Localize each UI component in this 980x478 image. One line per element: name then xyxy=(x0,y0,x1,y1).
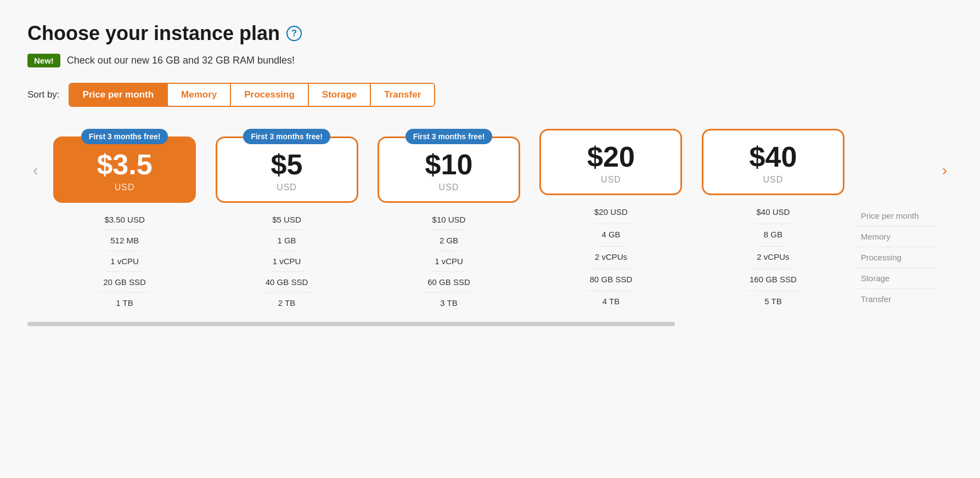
plan-card-4[interactable]: $40USD xyxy=(702,129,844,195)
spec-cell-0-processing: 1 vCPU xyxy=(107,251,142,272)
spec-cell-3-memory: 4 GB xyxy=(598,224,623,247)
spec-cell-2-price_per_month: $10 USD xyxy=(429,209,469,230)
sort-btn-processing[interactable]: Processing xyxy=(231,84,309,106)
spec-cell-4-memory: 8 GB xyxy=(761,224,786,247)
plan-price-2: $10 xyxy=(388,149,510,180)
sort-bar: Sort by: Price per monthMemoryProcessing… xyxy=(27,83,953,107)
new-message: Check out our new 16 GB and 32 GB RAM bu… xyxy=(67,55,295,66)
prev-arrow[interactable]: ‹ xyxy=(27,162,43,179)
plan-card-wrapper-2: First 3 months free!$10USD xyxy=(368,129,530,203)
plan-price-1: $5 xyxy=(226,149,348,180)
sort-buttons: Price per monthMemoryProcessingStorageTr… xyxy=(69,83,436,107)
plan-card-wrapper-4: $40USD xyxy=(692,129,854,195)
plans-area: ‹ First 3 months free!$3.5USD$3.50 USD51… xyxy=(27,129,953,313)
spec-cell-2-storage: 60 GB SSD xyxy=(424,272,474,293)
plan-col-4: $40USD$40 USD8 GB2 vCPUs160 GB SSD5 TB xyxy=(692,129,854,313)
new-banner: New! Check out our new 16 GB and 32 GB R… xyxy=(27,54,953,67)
plans-grid: First 3 months free!$3.5USD$3.50 USD512 … xyxy=(43,129,854,313)
spec-label-4: Transfer xyxy=(854,289,937,309)
spec-cell-1-transfer: 2 TB xyxy=(275,293,298,313)
plan-card-1[interactable]: $5USD xyxy=(216,136,358,203)
free-badge-1: First 3 months free! xyxy=(243,129,330,144)
spec-cell-4-storage: 160 GB SSD xyxy=(746,269,800,292)
title-text: Choose your instance plan xyxy=(27,22,280,45)
page-title: Choose your instance plan ? xyxy=(27,22,953,45)
spec-cell-1-processing: 1 vCPU xyxy=(269,251,305,272)
spec-cell-1-memory: 1 GB xyxy=(274,230,299,251)
spec-cell-0-transfer: 1 TB xyxy=(112,293,136,313)
spec-label-0: Price per month xyxy=(854,206,937,226)
plan-col-3: $20USD$20 USD4 GB2 vCPUs80 GB SSD4 TB xyxy=(530,129,692,313)
plan-card-3[interactable]: $20USD xyxy=(539,129,682,195)
spec-cell-4-price_per_month: $40 USD xyxy=(753,202,793,224)
spec-cell-3-price_per_month: $20 USD xyxy=(591,202,631,224)
spec-cell-4-processing: 2 vCPUs xyxy=(753,247,792,269)
sort-btn-transfer[interactable]: Transfer xyxy=(371,84,434,106)
next-arrow[interactable]: › xyxy=(937,162,953,179)
spec-cell-2-processing: 1 vCPU xyxy=(431,251,466,272)
spec-cell-0-storage: 20 GB SSD xyxy=(100,272,149,293)
sort-btn-storage[interactable]: Storage xyxy=(309,84,371,106)
spec-labels-column: Price per monthMemoryProcessingStorageTr… xyxy=(854,206,937,309)
spec-cell-1-storage: 40 GB SSD xyxy=(262,272,312,293)
plan-col-2: First 3 months free!$10USD$10 USD2 GB1 v… xyxy=(368,129,530,313)
sort-label: Sort by: xyxy=(27,89,60,100)
spec-cell-0-price_per_month: $3.50 USD xyxy=(101,209,148,230)
spec-cell-3-storage: 80 GB SSD xyxy=(587,269,636,292)
plan-currency-1: USD xyxy=(226,183,348,192)
spec-cell-3-processing: 2 vCPUs xyxy=(592,247,630,269)
plan-card-wrapper-1: First 3 months free!$5USD xyxy=(206,129,368,203)
plan-currency-0: USD xyxy=(64,183,185,192)
plan-price-0: $3.5 xyxy=(64,149,185,180)
plan-col-1: First 3 months free!$5USD$5 USD1 GB1 vCP… xyxy=(206,129,368,313)
sort-btn-price[interactable]: Price per month xyxy=(70,84,168,106)
free-badge-0: First 3 months free! xyxy=(81,129,168,144)
spec-cell-2-transfer: 3 TB xyxy=(437,293,460,313)
spec-cell-1-price_per_month: $5 USD xyxy=(269,209,305,230)
spec-label-1: Memory xyxy=(854,226,937,247)
spec-cell-0-memory: 512 MB xyxy=(107,230,142,251)
plan-currency-2: USD xyxy=(388,183,510,192)
help-icon[interactable]: ? xyxy=(286,26,302,41)
plan-price-4: $40 xyxy=(712,141,834,173)
sort-btn-memory[interactable]: Memory xyxy=(168,84,231,106)
spec-label-2: Processing xyxy=(854,247,937,268)
spec-label-3: Storage xyxy=(854,268,937,289)
plan-price-3: $20 xyxy=(550,141,672,173)
spec-cell-2-memory: 2 GB xyxy=(436,230,461,251)
free-badge-2: First 3 months free! xyxy=(405,129,493,144)
plan-card-wrapper-0: First 3 months free!$3.5USD xyxy=(43,129,205,203)
plan-card-0[interactable]: $3.5USD xyxy=(53,136,196,203)
plan-currency-4: USD xyxy=(712,175,834,185)
plan-card-2[interactable]: $10USD xyxy=(378,136,520,203)
scrollbar-track[interactable] xyxy=(27,322,675,326)
plan-card-wrapper-3: $20USD xyxy=(530,129,692,195)
plan-col-0: First 3 months free!$3.5USD$3.50 USD512 … xyxy=(43,129,205,313)
scrollbar-area[interactable] xyxy=(27,322,953,326)
plan-currency-3: USD xyxy=(550,175,672,185)
new-badge: New! xyxy=(27,54,60,67)
spec-cell-3-transfer: 4 TB xyxy=(599,291,623,313)
spec-cell-4-transfer: 5 TB xyxy=(761,291,785,313)
